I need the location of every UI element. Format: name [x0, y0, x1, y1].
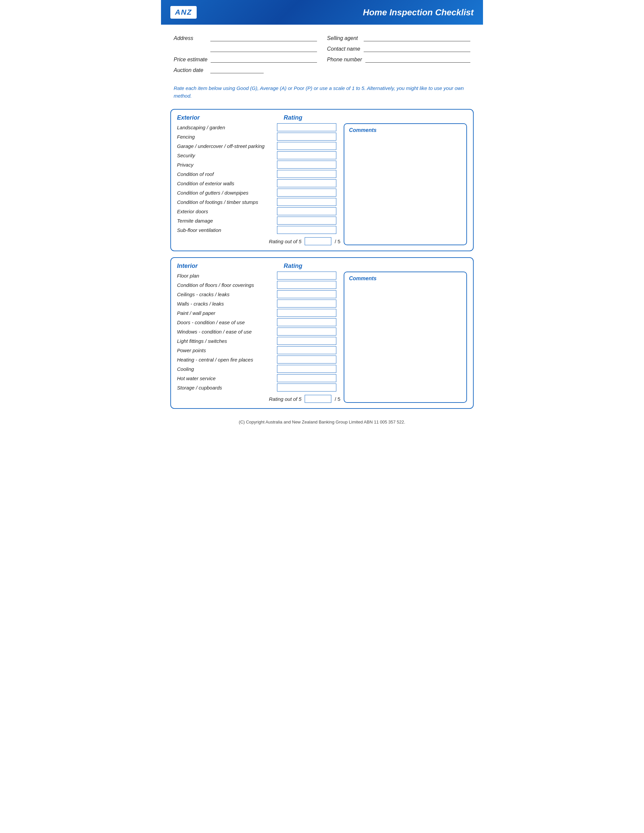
interior-rating-input-7[interactable] [277, 337, 336, 345]
exterior-rating-slash: / 5 [335, 238, 340, 244]
exterior-rating-out-row: Rating out of 5 / 5 [177, 237, 340, 245]
exterior-comments-input[interactable] [349, 135, 462, 241]
exterior-rating-input-8[interactable] [277, 198, 336, 206]
exterior-rating-input-3[interactable] [277, 151, 336, 159]
interior-rating-input-2[interactable] [277, 290, 336, 298]
interior-item-label: Cooling [177, 366, 277, 372]
exterior-title: Exterior [177, 114, 284, 121]
interior-body: Floor planCondition of floors / floor co… [177, 272, 467, 403]
interior-item-row: Windows - condition / ease of use [177, 328, 340, 336]
exterior-rating-input-0[interactable] [277, 123, 336, 131]
exterior-rating-out-input[interactable] [305, 237, 331, 245]
exterior-item-row: Garage / undercover / off-street parking [177, 142, 340, 150]
interior-rating-out-input[interactable] [305, 395, 331, 403]
phone-group: Phone number [327, 55, 470, 63]
interior-rating-input-11[interactable] [277, 374, 336, 382]
instructions: Rate each item below using Good (G), Ave… [161, 80, 483, 103]
price-label: Price estimate [174, 57, 207, 63]
interior-rating-input-4[interactable] [277, 309, 336, 317]
contact-name-input[interactable] [364, 45, 470, 52]
exterior-rating-input-10[interactable] [277, 217, 336, 225]
anz-logo: ANZ [170, 6, 196, 19]
selling-agent-group: Selling agent [327, 34, 470, 41]
exterior-rating-input-5[interactable] [277, 170, 336, 178]
interior-item-row: Storage / cupboards [177, 384, 340, 391]
interior-item-row: Doors - condition / ease of use [177, 318, 340, 326]
exterior-rating-input-6[interactable] [277, 179, 336, 187]
exterior-rating-input-2[interactable] [277, 142, 336, 150]
footer-text: (C) Copyright Australia and New Zealand … [239, 420, 405, 425]
auction-label: Auction date [174, 67, 207, 73]
page-header: ANZ Home Inspection Checklist [161, 0, 483, 25]
exterior-rating-input-4[interactable] [277, 161, 336, 169]
interior-rating-input-1[interactable] [277, 281, 336, 289]
interior-rating-input-3[interactable] [277, 299, 336, 307]
interior-rating-input-12[interactable] [277, 384, 336, 391]
contact-name-group: Contact name [327, 45, 470, 52]
interior-item-row: Ceilings - cracks / leaks [177, 290, 340, 298]
exterior-rating-input-1[interactable] [277, 133, 336, 141]
exterior-rating-input-7[interactable] [277, 188, 336, 196]
interior-item-row: Floor plan [177, 272, 340, 280]
exterior-item-label: Condition of footings / timber stumps [177, 199, 277, 205]
interior-rating-input-6[interactable] [277, 328, 336, 336]
interior-rating-input-9[interactable] [277, 355, 336, 363]
selling-agent-input[interactable] [364, 34, 470, 41]
phone-input[interactable] [365, 55, 470, 63]
exterior-rating-input-11[interactable] [277, 226, 336, 234]
exterior-rating-input-9[interactable] [277, 207, 336, 215]
footer: (C) Copyright Australia and New Zealand … [161, 415, 483, 428]
exterior-comments-label: Comments [349, 127, 462, 133]
interior-item-label: Ceilings - cracks / leaks [177, 291, 277, 297]
interior-comments-col: Comments [344, 272, 467, 403]
interior-rating-input-5[interactable] [277, 318, 336, 326]
address-label: Address [174, 35, 207, 41]
address-group: Address [174, 34, 317, 41]
address2-group [174, 45, 317, 52]
interior-item-row: Light fittings / switches [177, 337, 340, 345]
interior-rating-header: Rating [284, 262, 337, 270]
exterior-items-col: Landscaping / gardenFencingGarage / unde… [177, 123, 340, 245]
interior-item-label: Light fittings / switches [177, 338, 277, 344]
exterior-item-row: Privacy [177, 161, 340, 169]
interior-item-row: Power points [177, 346, 340, 354]
exterior-item-label: Condition of exterior walls [177, 180, 277, 186]
interior-item-label: Condition of floors / floor coverings [177, 282, 277, 288]
phone-label: Phone number [327, 57, 362, 63]
interior-rating-input-0[interactable] [277, 272, 336, 280]
interior-rating-out-label: Rating out of 5 [269, 396, 302, 402]
exterior-item-label: Sub-floor ventilation [177, 227, 277, 233]
interior-items-col: Floor planCondition of floors / floor co… [177, 272, 340, 403]
interior-item-row: Hot water service [177, 374, 340, 382]
interior-item-label: Paint / wall paper [177, 310, 277, 316]
exterior-item-row: Condition of footings / timber stumps [177, 198, 340, 206]
interior-item-label: Walls - cracks / leaks [177, 301, 277, 307]
auction-group: Auction date [174, 66, 317, 73]
interior-item-row: Cooling [177, 365, 340, 373]
address2-input[interactable] [210, 45, 317, 52]
interior-rating-input-10[interactable] [277, 365, 336, 373]
exterior-item-row: Condition of gutters / downpipes [177, 188, 340, 196]
exterior-item-row: Landscaping / garden [177, 123, 340, 131]
interior-comments-input[interactable] [349, 283, 462, 399]
auction-input[interactable] [210, 66, 264, 73]
interior-rating-input-8[interactable] [277, 346, 336, 354]
exterior-item-label: Termite damage [177, 218, 277, 224]
exterior-section: Exterior Rating Landscaping / gardenFenc… [170, 109, 474, 251]
interior-item-row: Walls - cracks / leaks [177, 299, 340, 307]
interior-item-label: Storage / cupboards [177, 385, 277, 391]
address-input[interactable] [210, 34, 317, 41]
price-group: Price estimate [174, 55, 317, 63]
price-input[interactable] [211, 55, 317, 63]
exterior-item-label: Landscaping / garden [177, 125, 277, 130]
exterior-item-row: Sub-floor ventilation [177, 226, 340, 234]
interior-item-label: Windows - condition / ease of use [177, 329, 277, 334]
interior-item-row: Paint / wall paper [177, 309, 340, 317]
exterior-item-row: Condition of exterior walls [177, 179, 340, 187]
exterior-header: Exterior Rating [177, 114, 467, 121]
interior-section: Interior Rating Floor planCondition of f… [170, 257, 474, 409]
interior-item-label: Hot water service [177, 376, 277, 381]
exterior-item-label: Exterior doors [177, 209, 277, 214]
form-area: Address Selling agent Contact name Price… [161, 25, 483, 80]
interior-title: Interior [177, 262, 284, 270]
